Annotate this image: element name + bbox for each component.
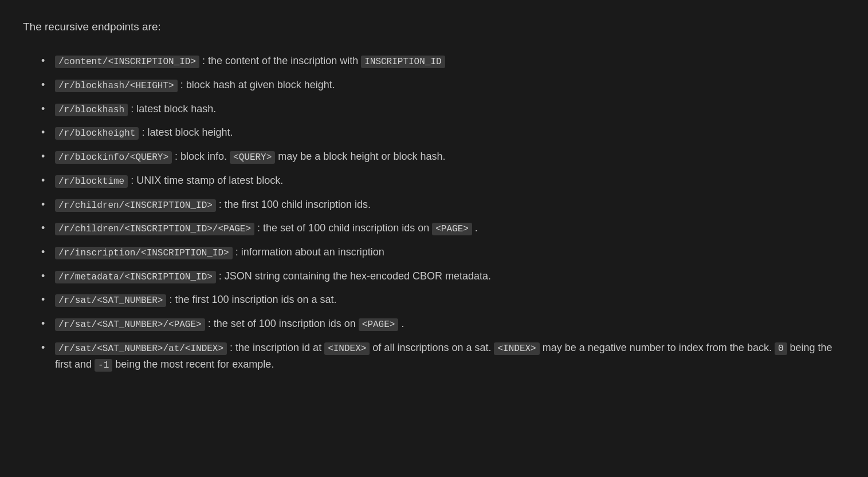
item-text: may be a negative number to index from t…	[540, 342, 775, 353]
item-text: being the most recent for example.	[112, 358, 274, 370]
code-snippet: /r/blocktime	[55, 175, 128, 188]
endpoints-list: /content/<INSCRIPTION_ID> : the content …	[23, 49, 845, 377]
item-text: : the first 100 child inscription ids.	[216, 199, 371, 210]
code-snippet: /content/<INSCRIPTION_ID>	[55, 56, 199, 68]
code-snippet: <INDEX>	[494, 342, 539, 355]
item-text: : UNIX time stamp of latest block.	[128, 175, 283, 186]
list-item: /r/children/<INSCRIPTION_ID> : the first…	[41, 193, 845, 217]
code-snippet: -1	[95, 359, 112, 372]
intro-text: The recursive endpoints are:	[23, 18, 845, 36]
list-item: /r/blockhash : latest block hash.	[41, 97, 845, 121]
item-text: .	[398, 318, 404, 329]
list-item: /r/blockheight : latest block height.	[41, 121, 845, 145]
item-text: : latest block hash.	[128, 103, 216, 115]
item-text: : information about an inscription	[233, 246, 384, 258]
list-item: /r/blocktime : UNIX time stamp of latest…	[41, 169, 845, 193]
list-item: /r/blockinfo/<QUERY> : block info. <QUER…	[41, 145, 845, 169]
code-snippet: /r/inscription/<INSCRIPTION_ID>	[55, 247, 233, 259]
code-snippet: <PAGE>	[432, 223, 472, 235]
code-snippet: /r/blockhash	[55, 104, 128, 116]
item-text: : block hash at given block height.	[178, 79, 335, 90]
item-text: : the first 100 inscription ids on a sat…	[166, 294, 336, 305]
item-text: : the inscription id at	[227, 342, 324, 353]
code-snippet: INSCRIPTION_ID	[361, 56, 445, 68]
list-item: /r/metadata/<INSCRIPTION_ID> : JSON stri…	[41, 265, 845, 289]
item-text: : latest block height.	[139, 127, 233, 138]
item-text: of all inscriptions on a sat.	[370, 342, 494, 353]
list-item: /content/<INSCRIPTION_ID> : the content …	[41, 49, 845, 73]
code-snippet: <PAGE>	[359, 318, 399, 331]
code-snippet: /r/blockhash/<HEIGHT>	[55, 80, 178, 92]
list-item: /r/sat/<SAT_NUMBER>/<PAGE> : the set of …	[41, 312, 845, 336]
code-snippet: <INDEX>	[324, 342, 370, 355]
list-item: /r/inscription/<INSCRIPTION_ID> : inform…	[41, 241, 845, 265]
item-text: : the set of 100 inscription ids on	[205, 318, 359, 329]
code-snippet: /r/children/<INSCRIPTION_ID>/<PAGE>	[55, 223, 254, 235]
code-snippet: /r/children/<INSCRIPTION_ID>	[55, 199, 216, 212]
code-snippet: /r/blockinfo/<QUERY>	[55, 151, 172, 164]
item-text: may be a block height or block hash.	[275, 151, 445, 162]
list-item: /r/blockhash/<HEIGHT> : block hash at gi…	[41, 73, 845, 97]
code-snippet: /r/blockheight	[55, 127, 139, 140]
list-item: /r/children/<INSCRIPTION_ID>/<PAGE> : th…	[41, 216, 845, 241]
item-text: : block info.	[172, 151, 230, 162]
code-snippet: 0	[775, 342, 787, 355]
code-snippet: /r/metadata/<INSCRIPTION_ID>	[55, 271, 216, 283]
item-text: : JSON string containing the hex-encoded…	[216, 270, 491, 282]
item-text: .	[472, 222, 478, 234]
list-item: /r/sat/<SAT_NUMBER>/at/<INDEX> : the ins…	[41, 336, 845, 377]
code-snippet: <QUERY>	[230, 151, 275, 164]
item-text: : the set of 100 child inscription ids o…	[254, 222, 432, 234]
code-snippet: /r/sat/<SAT_NUMBER>/<PAGE>	[55, 318, 205, 331]
item-text: : the content of the inscription with	[199, 55, 361, 66]
list-item: /r/sat/<SAT_NUMBER> : the first 100 insc…	[41, 288, 845, 312]
code-snippet: /r/sat/<SAT_NUMBER>/at/<INDEX>	[55, 342, 227, 355]
code-snippet: /r/sat/<SAT_NUMBER>	[55, 294, 166, 307]
